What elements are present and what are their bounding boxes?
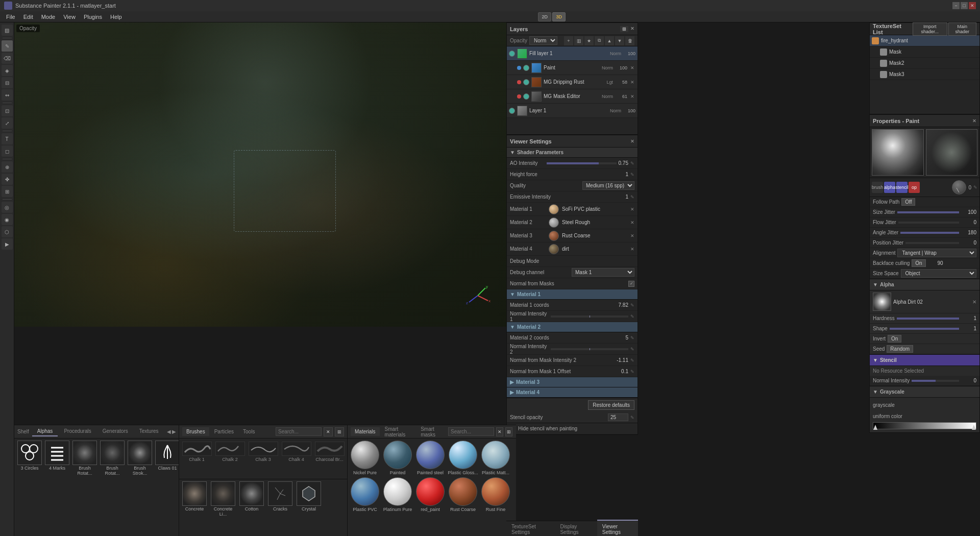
menu-plugins[interactable]: Plugins (80, 13, 106, 21)
shelf-item-brushstrok[interactable]: Brush Strok... (127, 441, 153, 532)
tools-tab[interactable]: Tools (239, 427, 259, 436)
mat3-toggle[interactable]: ▶ (510, 379, 514, 385)
angle-edit[interactable]: ✎ (973, 185, 977, 190)
brush-item-concreteli[interactable]: Concrete Li... (210, 481, 236, 517)
mat1-toggle[interactable]: ▼ (510, 291, 515, 297)
menu-file[interactable]: File (2, 13, 19, 21)
shelf-tab-alphas[interactable]: Alphas (32, 427, 58, 436)
materials-search-input[interactable] (448, 427, 494, 436)
ao-intensity-bar[interactable] (547, 162, 616, 164)
mat2-normal-bar[interactable] (551, 348, 628, 350)
layer-del-mgrust[interactable]: ✕ (629, 80, 635, 85)
tool-shape[interactable]: ◻ (2, 145, 13, 157)
layer-eye-paint[interactable] (523, 65, 529, 71)
material-4-del[interactable]: ✕ (630, 247, 634, 252)
stencil-section-header[interactable]: ▼ Stencil (870, 355, 979, 366)
materials-tab[interactable]: Materials (351, 427, 380, 436)
layer-eye-mgrust[interactable] (523, 79, 529, 85)
alignment-dropdown[interactable]: Tangent | Wrap (897, 249, 976, 257)
move-down-btn[interactable]: ▼ (615, 36, 624, 45)
textureset-mask2[interactable]: Mask2 (870, 58, 979, 69)
tab-textureset-settings[interactable]: TextureSet Settings (506, 520, 555, 537)
prop-alpha-btn[interactable]: alpha (884, 182, 895, 193)
material-2-del[interactable]: ✕ (630, 220, 634, 225)
alpha-section-header[interactable]: ▼ Alpha (870, 279, 979, 290)
mat4-toggle[interactable]: ▶ (510, 389, 514, 395)
mat2-normal-edit[interactable]: ✎ (630, 347, 634, 352)
emissive-edit[interactable]: ✎ (630, 194, 634, 200)
tool-select[interactable]: ⊡ (2, 105, 13, 116)
tool-picker[interactable]: ✤ (2, 174, 13, 185)
materials-grid-btn[interactable]: ⊞ (505, 427, 512, 436)
minimize-button[interactable]: − (952, 2, 960, 9)
mat-item-plastic-matt[interactable]: Plastic Matt... (480, 441, 511, 475)
brushes-grid-btn[interactable]: ⊞ (335, 427, 344, 436)
tool-render[interactable]: ▶ (2, 238, 13, 250)
brushes-search-input[interactable] (276, 427, 322, 436)
tab-display-settings[interactable]: Display Settings (555, 520, 597, 537)
height-force-edit[interactable]: ✎ (630, 172, 634, 177)
mat2-coords-edit[interactable]: ✎ (630, 335, 634, 340)
brushes-close-btn[interactable]: ✕ (324, 427, 333, 436)
mat-item-platinum[interactable]: Platinum Pure (382, 477, 413, 512)
add-fill-btn[interactable]: ▥ (574, 36, 583, 45)
delete-layer-btn[interactable]: 🗑 (625, 36, 634, 45)
layer-mg-mask[interactable]: MG Mask Editor Norm 61 ✕ (507, 89, 638, 104)
shelf-arrow-right[interactable]: ▶ (172, 429, 176, 434)
close-button[interactable]: ✕ (969, 2, 976, 9)
angle-knob[interactable] (952, 180, 966, 194)
layer-del-mgmask[interactable]: ✕ (629, 94, 635, 99)
add-layer-btn[interactable]: + (564, 36, 573, 45)
tool-measure[interactable]: ⊞ (2, 186, 13, 197)
ao-intensity-edit[interactable]: ✎ (630, 161, 634, 166)
brush-stroke-chalk2[interactable]: Chalk 2 (214, 442, 246, 476)
tool-transform[interactable]: ⤢ (2, 117, 13, 129)
debug-channel-dropdown[interactable]: Mask 1 Mask 2 (572, 268, 634, 277)
material-1-del[interactable]: ✕ (630, 207, 634, 212)
mat2-normal-mask-offset-edit[interactable]: ✎ (630, 369, 634, 374)
textureset-mask[interactable]: Mask (870, 46, 979, 58)
shelf-item-brushrotat2[interactable]: Brush Rotat... (99, 441, 126, 532)
position-jitter-slider[interactable] (905, 242, 959, 244)
gs-marker-right[interactable] (972, 425, 976, 430)
shelf-tab-textures[interactable]: Textures (134, 427, 164, 436)
alpha-close-btn[interactable]: ✕ (972, 299, 976, 305)
layer-1[interactable]: Layer 1 Norm 100 (507, 104, 638, 118)
shader-params-toggle[interactable]: ▼ (510, 150, 515, 155)
tool-projection[interactable]: ◈ (2, 65, 13, 76)
mat-item-plastic-gloss[interactable]: Plastic Gloss... (448, 441, 478, 475)
shelf-arrow-left[interactable]: ◀ (167, 429, 171, 434)
blend-mode-dropdown[interactable]: Norm Lgt Mult (529, 36, 557, 45)
prop-brush-btn[interactable]: brush (872, 182, 883, 193)
add-effect-btn[interactable]: ★ (584, 36, 594, 45)
shelf-item-3circles[interactable]: 3 Circles (16, 441, 43, 532)
tool-paint[interactable]: ✎ (2, 40, 13, 52)
mat2-toggle[interactable]: ▼ (510, 324, 515, 330)
prop-stencil-btn[interactable]: stencil (896, 182, 908, 193)
properties-close-btn[interactable]: ✕ (972, 118, 976, 124)
layer-fill-1[interactable]: Fill layer 1 Norm 100 (507, 46, 638, 61)
mat-item-plastic-pvc[interactable]: Plastic PVC (350, 477, 380, 512)
mat-item-rust-fine[interactable]: Rust Fine (480, 477, 511, 512)
stencil-opacity-edit[interactable]: ✎ (630, 415, 634, 420)
layer-mg-rust[interactable]: MG Dripping Rust Lgt 58 ✕ (507, 75, 638, 89)
layers-close-btn[interactable]: ✕ (630, 26, 634, 32)
mat-item-painted-steel[interactable]: Painted steel (415, 441, 446, 475)
flow-jitter-slider[interactable] (898, 222, 959, 224)
shelf-item-4marks[interactable]: 4 Marks (44, 441, 70, 532)
size-space-dropdown[interactable]: Object (901, 269, 976, 278)
prop-op-btn[interactable]: op (909, 182, 920, 193)
brush-stroke-chalk3[interactable]: Chalk 3 (248, 442, 279, 476)
smart-materials-tab[interactable]: Smart materials (381, 425, 416, 439)
layer-paint[interactable]: Paint Norm 100 ✕ (507, 61, 638, 75)
viewport-2d-btn[interactable]: 2D (538, 12, 551, 21)
alpha-thumb[interactable] (873, 293, 891, 311)
brush-item-concrete[interactable]: Concrete (181, 481, 208, 517)
tool-anchor[interactable]: ⊕ (2, 161, 13, 173)
normal-intensity-slider[interactable] (912, 380, 959, 382)
smart-masks-tab[interactable]: Smart masks (416, 425, 447, 439)
brush-stroke-chalk4[interactable]: Chalk 4 (281, 442, 312, 476)
layer-eye-fill1[interactable] (509, 51, 515, 57)
gs-marker-left[interactable] (873, 425, 877, 430)
mat1-normal-bar[interactable] (551, 315, 628, 318)
